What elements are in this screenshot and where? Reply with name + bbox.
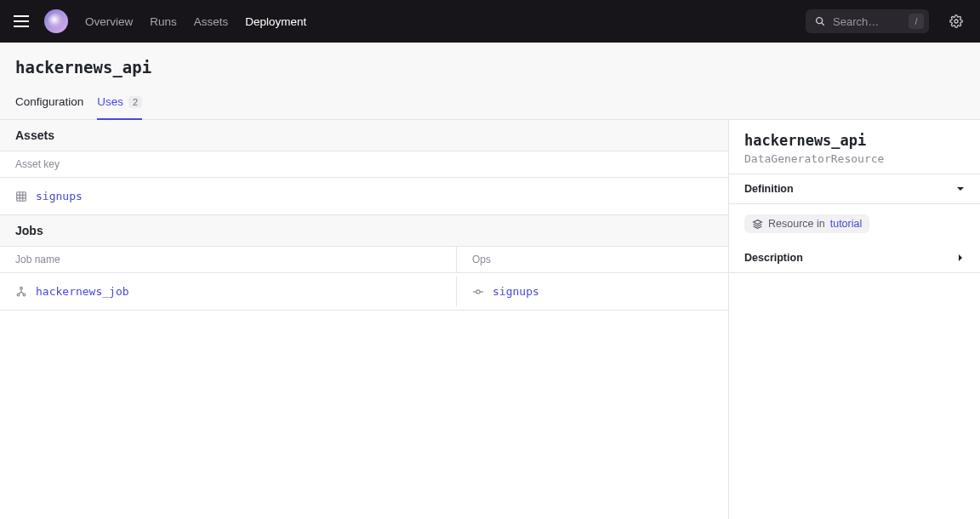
assets-column-header-row: Asset key xyxy=(0,151,728,178)
page-header: hackernews_api Configuration Uses 2 xyxy=(0,43,980,120)
tab-label: Configuration xyxy=(15,95,83,108)
tab-label: Uses xyxy=(97,95,123,108)
tab-badge: 2 xyxy=(128,96,142,108)
chevron-down-icon xyxy=(956,185,965,193)
svg-rect-3 xyxy=(17,191,26,201)
svg-point-11 xyxy=(476,289,480,293)
nav-links: Overview Runs Assets Deployment xyxy=(85,15,306,28)
svg-point-8 xyxy=(20,287,23,289)
sidebar-section-label: Description xyxy=(744,252,803,264)
asset-icon xyxy=(15,191,27,202)
op-link[interactable]: signups xyxy=(493,285,539,298)
jobs-column-header-row: Job name Ops xyxy=(0,247,728,273)
sidebar-section-description[interactable]: Description xyxy=(729,243,980,273)
sidebar-subtitle: DataGeneratorResource xyxy=(744,152,965,165)
sidebar-header: hackernews_api DataGeneratorResource xyxy=(729,120,980,174)
nav-link-assets[interactable]: Assets xyxy=(194,15,229,28)
jobs-section-header: Jobs xyxy=(0,215,728,247)
search-box[interactable]: / xyxy=(806,9,929,33)
resource-location-chip[interactable]: Resource in tutorial xyxy=(744,214,869,233)
chip-prefix: Resource in xyxy=(768,218,825,230)
dagster-logo[interactable] xyxy=(44,9,68,33)
asset-row[interactable]: signups xyxy=(0,178,728,215)
search-icon xyxy=(814,15,826,27)
assets-column-header: Asset key xyxy=(0,151,75,177)
search-shortcut-key: / xyxy=(909,14,924,29)
asset-cell: signups xyxy=(0,181,98,211)
op-icon xyxy=(472,286,484,298)
job-link[interactable]: hackernews_job xyxy=(36,285,129,298)
layers-icon xyxy=(752,219,763,230)
jobs-column-ops-header: Ops xyxy=(457,247,728,272)
gear-icon xyxy=(949,14,963,28)
jobs-column-name-header: Job name xyxy=(0,247,457,272)
svg-point-9 xyxy=(17,294,20,296)
asset-link[interactable]: signups xyxy=(36,190,83,202)
assets-section-header: Assets xyxy=(0,120,728,151)
tab-configuration[interactable]: Configuration xyxy=(15,95,83,120)
main-layout: Assets Asset key signups Jobs Job name O… xyxy=(0,120,980,519)
job-icon xyxy=(15,286,27,298)
job-ops-cell: signups xyxy=(457,277,728,306)
job-name-cell: hackernews_job xyxy=(0,277,457,306)
sidebar-section-definition[interactable]: Definition xyxy=(729,174,980,204)
svg-point-2 xyxy=(954,20,958,23)
chevron-right-icon xyxy=(956,254,965,262)
chip-link[interactable]: tutorial xyxy=(830,218,863,230)
sidebar-section-label: Definition xyxy=(744,183,794,195)
svg-point-0 xyxy=(817,18,823,24)
search-input[interactable] xyxy=(833,15,902,28)
sidebar-title: hackernews_api xyxy=(744,132,965,149)
content-pane: Assets Asset key signups Jobs Job name O… xyxy=(0,120,729,519)
hamburger-menu-button[interactable] xyxy=(14,11,34,31)
svg-line-1 xyxy=(822,23,824,26)
settings-button[interactable] xyxy=(946,11,966,31)
sidebar-definition-body: Resource in tutorial xyxy=(729,204,980,243)
job-row: hackernews_job signups xyxy=(0,273,728,311)
page-title: hackernews_api xyxy=(15,58,965,77)
nav-link-deployment[interactable]: Deployment xyxy=(245,15,306,28)
nav-link-runs[interactable]: Runs xyxy=(150,15,177,28)
tab-uses[interactable]: Uses 2 xyxy=(97,95,142,120)
tabs: Configuration Uses 2 xyxy=(15,95,965,119)
svg-point-10 xyxy=(23,294,26,296)
top-navbar: Overview Runs Assets Deployment / xyxy=(0,0,980,43)
details-sidebar: hackernews_api DataGeneratorResource Def… xyxy=(729,120,980,519)
nav-link-overview[interactable]: Overview xyxy=(85,15,133,28)
